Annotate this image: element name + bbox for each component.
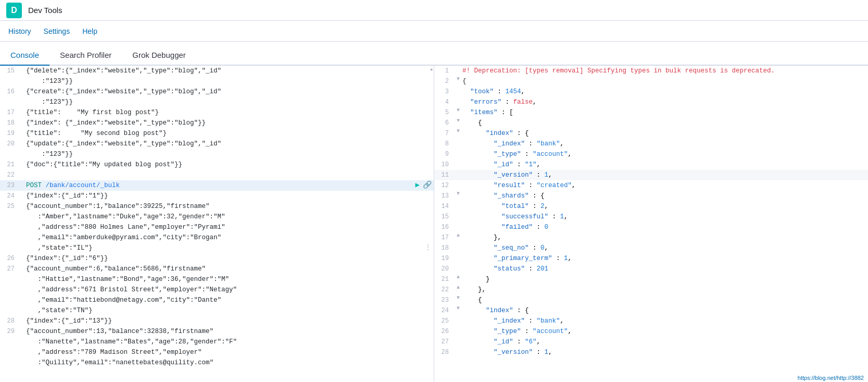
code-line: 2 ▼ { (434, 76, 868, 87)
nav-settings[interactable]: Settings (44, 27, 70, 35)
code-line: :"Hattie","lastname":"Bond","age":36,"ge… (0, 274, 434, 285)
run-button[interactable]: ▶ (416, 180, 420, 189)
code-line: 6 ▼ { (434, 118, 868, 128)
code-line: 18 "_seq_no" : 0, (434, 243, 868, 253)
code-line: :"Amber","lastname":"Duke","age":32,"gen… (0, 212, 434, 222)
code-line: 28 {"index":{"_id":"13"}} (0, 316, 434, 326)
code-line: 24 ▼ "index" : { (434, 305, 868, 316)
code-line: 15 "successful" : 1, (434, 212, 868, 222)
code-line: 17 {"title": "My first blog post"} (0, 107, 434, 118)
code-line: ,"address":"789 Madison Street","employe… (0, 347, 434, 358)
code-line: :"Quility","email":"nanettebates@quility… (0, 358, 434, 368)
code-line: 21 {"doc":{"title":"My updated blog post… (0, 159, 434, 170)
code-line: :"Nanette","lastname":"Bates","age":28,"… (0, 337, 434, 347)
code-line: 21 ▲ } (434, 274, 868, 285)
nav-bar: History Settings Help (0, 21, 868, 42)
code-line-highlighted: 11 "_version" : 1, (434, 170, 868, 180)
code-line: :"123"}} (0, 76, 434, 87)
code-line: ,"state":"IL"} ⋮ (0, 243, 434, 253)
nav-history[interactable]: History (8, 27, 31, 35)
code-line: 24 {"index":{"_id":"1"}} (0, 191, 434, 201)
code-line: 26 "_type" : "account", (434, 326, 868, 337)
code-line: 25 {"account_number":1,"balance":39225,"… (0, 201, 434, 212)
code-line: 9 "_type" : "account", (434, 149, 868, 159)
tab-grok-debugger[interactable]: Grok Debugger (122, 44, 196, 66)
left-pane: 15 {"delete":{"_index":"website","_type"… (0, 66, 434, 382)
code-line: 20 {"update":{"_index":"website","_type"… (0, 139, 434, 149)
code-line: 15 {"delete":{"_index":"website","_type"… (0, 66, 434, 76)
code-line: 12 "result" : "created", (434, 180, 868, 191)
code-line: 19 {"title": "My second blog post"} (0, 128, 434, 139)
tabs-bar: Console Search Profiler Grok Debugger (0, 42, 868, 66)
right-pane: 1 #! Deprecation: [types removal] Specif… (434, 66, 868, 382)
code-line: ,"state":"TN"} (0, 305, 434, 316)
app-icon: D (6, 3, 22, 18)
code-line: 4 "errors" : false, (434, 97, 868, 107)
code-line: 5 ▼ "items" : [ (434, 107, 868, 118)
code-line: 19 "_primary_term" : 1, (434, 253, 868, 264)
code-line: 28 "_version" : 1, (434, 347, 868, 358)
code-line: 10 "_id" : "1", (434, 159, 868, 170)
app-title: Dev Tools (28, 6, 62, 15)
code-line: 17 ▲ }, (434, 232, 868, 243)
code-line: ,"address":"880 Holmes Lane","employer":… (0, 222, 434, 232)
code-line: 18 {"index": {"_index":"website","_type"… (0, 118, 434, 128)
code-line: :"123"}} (0, 149, 434, 159)
code-line: 3 "took" : 1454, (434, 87, 868, 97)
code-line: 26 {"index":{"_id":"6"}} (0, 253, 434, 264)
code-line: 25 "_index" : "bank", (434, 316, 868, 326)
code-line: 14 "total" : 2, (434, 201, 868, 212)
left-code-area[interactable]: 15 {"delete":{"_index":"website","_type"… (0, 66, 434, 382)
code-line: ,"email":"hattiebond@netagy.com","city":… (0, 295, 434, 305)
status-bar: https://blog.net/http://3882 (794, 374, 868, 382)
code-line: 8 "_index" : "bank", (434, 139, 868, 149)
nav-help[interactable]: Help (82, 27, 97, 35)
code-line: :"123"}} (0, 97, 434, 107)
code-line: 16 "failed" : 0 (434, 222, 868, 232)
tab-search-profiler[interactable]: Search Profiler (49, 44, 122, 66)
right-code-area[interactable]: 1 #! Deprecation: [types removal] Specif… (434, 66, 868, 382)
code-line: 27 "_id" : "6", (434, 337, 868, 347)
code-line-active: 23 POST /bank/account/_bulk ▶ 🔗 (0, 180, 434, 191)
tools-button[interactable]: 🔗 (423, 180, 432, 189)
code-line: 29 {"account_number":13,"balance":32838,… (0, 326, 434, 337)
line-actions: ▶ 🔗 (416, 180, 434, 189)
code-line: 16 {"create":{"_index":"website","_type"… (0, 87, 434, 97)
main-split: 15 {"delete":{"_index":"website","_type"… (0, 66, 868, 382)
code-line: 20 "status" : 201 (434, 264, 868, 274)
code-line: 27 {"account_number":6,"balance":5686,"f… (0, 264, 434, 274)
status-url: https://blog.net/http://3882 (798, 375, 864, 381)
code-line: 1 #! Deprecation: [types removal] Specif… (434, 66, 868, 76)
code-line: 13 ▼ "_shards" : { (434, 191, 868, 201)
code-line: 7 ▼ "index" : { (434, 128, 868, 139)
tab-console[interactable]: Console (0, 44, 49, 66)
code-line: ,"email":"amberduke@pyrami.com","city":"… (0, 232, 434, 243)
top-bar: D Dev Tools (0, 0, 868, 21)
code-line: 23 ▼ { (434, 295, 868, 305)
code-line: 22 (0, 170, 434, 180)
code-line: 22 ▲ }, (434, 285, 868, 295)
code-line: ,"address":"671 Bristol Street","employe… (0, 285, 434, 295)
